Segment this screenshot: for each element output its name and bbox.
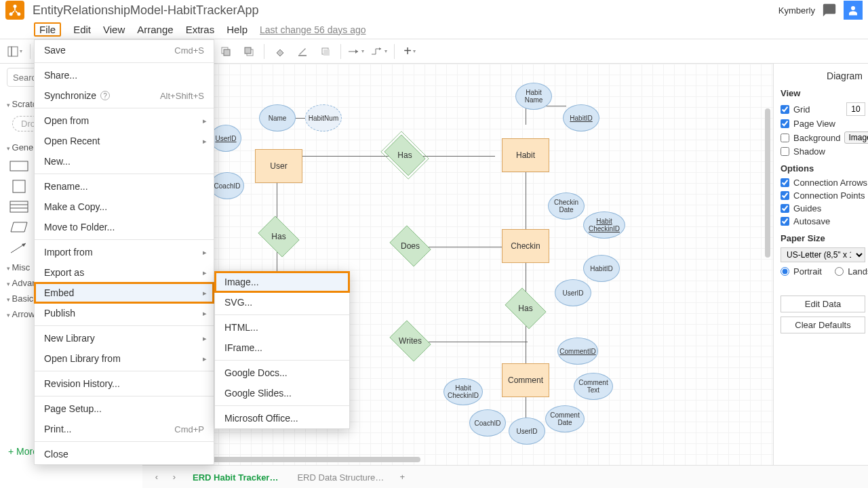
document-title[interactable]: EntityRelationshipModel-HabitTrackerApp bbox=[33, 3, 258, 18]
app-logo[interactable] bbox=[5, 1, 24, 20]
entity-comment[interactable]: Comment bbox=[502, 363, 549, 397]
attr-checkindate[interactable]: Checkin Date bbox=[548, 192, 585, 220]
embed-ms-office[interactable]: Microsoft Office... bbox=[215, 408, 349, 428]
file-page-setup[interactable]: Page Setup... bbox=[35, 399, 214, 419]
attr-habitnum[interactable]: HabitNum bbox=[305, 104, 342, 131]
menu-file[interactable]: File bbox=[34, 22, 61, 37]
embed-image[interactable]: Image... bbox=[215, 272, 349, 292]
tab-erd-tracker[interactable]: ERD Habit Tracker… bbox=[184, 467, 286, 487]
shape-table[interactable] bbox=[9, 200, 28, 214]
file-close[interactable]: Close bbox=[35, 444, 214, 464]
entity-habit[interactable]: Habit bbox=[502, 138, 549, 172]
portrait-radio[interactable] bbox=[781, 267, 789, 276]
attr-name[interactable]: Name bbox=[259, 104, 296, 131]
menu-view[interactable]: View bbox=[103, 24, 125, 35]
file-rename[interactable]: Rename... bbox=[35, 176, 214, 197]
attr-checkin-userid[interactable]: UserID bbox=[555, 279, 591, 306]
file-new-library[interactable]: New Library bbox=[35, 328, 214, 348]
attr-userid[interactable]: UserID bbox=[210, 125, 241, 152]
conn-arrows-checkbox[interactable] bbox=[781, 178, 789, 187]
guides-checkbox[interactable] bbox=[781, 204, 789, 213]
file-export-as[interactable]: Export as bbox=[35, 262, 214, 283]
file-open-from[interactable]: Open from bbox=[35, 110, 214, 131]
attr-commentid[interactable]: CommentID bbox=[557, 338, 598, 365]
tab-next-icon[interactable]: › bbox=[167, 472, 182, 482]
background-image-button[interactable]: Image bbox=[844, 131, 868, 144]
vertical-scrollbar[interactable] bbox=[765, 108, 770, 258]
tab-erd-data[interactable]: ERD Data Structure… bbox=[289, 467, 392, 487]
shadow-checkbox[interactable] bbox=[781, 147, 789, 156]
waypoint-style-icon[interactable] bbox=[370, 42, 389, 61]
format-panel: Diagram View Grid Page View BackgroundIm… bbox=[773, 64, 868, 465]
to-front-icon[interactable] bbox=[216, 42, 235, 61]
shape-square[interactable] bbox=[9, 180, 28, 193]
line-color-icon[interactable] bbox=[293, 42, 312, 61]
paper-size-select[interactable]: US-Letter (8,5" x 11") bbox=[781, 247, 865, 262]
horizontal-scrollbar[interactable] bbox=[210, 457, 420, 462]
attr-commentdate[interactable]: Comment Date bbox=[545, 405, 585, 432]
file-embed[interactable]: Embed bbox=[35, 283, 214, 303]
rel-writes[interactable]: Writes bbox=[387, 324, 434, 358]
shape-parallelogram[interactable] bbox=[9, 220, 28, 234]
attr-comment-userid[interactable]: UserID bbox=[509, 418, 545, 445]
file-revision-history[interactable]: Revision History... bbox=[35, 373, 214, 394]
shadow-icon[interactable] bbox=[316, 42, 335, 61]
attr-comment-coachid[interactable]: CoachID bbox=[469, 409, 506, 436]
to-back-icon[interactable] bbox=[239, 42, 258, 61]
rel-has-checkin-comment[interactable]: Has bbox=[502, 291, 549, 325]
rel-has-user-habit[interactable]: Has bbox=[381, 138, 429, 172]
embed-google-docs[interactable]: Google Docs... bbox=[215, 363, 349, 383]
attr-commenttext[interactable]: Comment Text bbox=[574, 373, 613, 400]
file-save[interactable]: SaveCmd+S bbox=[35, 40, 214, 60]
grid-checkbox[interactable] bbox=[781, 105, 789, 114]
file-print[interactable]: Print...Cmd+P bbox=[35, 419, 214, 439]
menu-arrange[interactable]: Arrange bbox=[137, 24, 173, 35]
rel-has-user-checkin[interactable]: Has bbox=[255, 220, 302, 253]
embed-iframe[interactable]: IFrame... bbox=[215, 338, 349, 358]
view-mode-button[interactable] bbox=[5, 42, 24, 61]
entity-checkin[interactable]: Checkin bbox=[502, 229, 549, 263]
share-button[interactable] bbox=[844, 1, 863, 20]
attr-habitid[interactable]: HabitID bbox=[563, 104, 599, 131]
autosave-checkbox[interactable] bbox=[781, 217, 789, 226]
menu-help[interactable]: Help bbox=[226, 24, 248, 35]
connection-style-icon[interactable] bbox=[347, 42, 366, 61]
entity-user[interactable]: User bbox=[255, 149, 302, 183]
conn-points-checkbox[interactable] bbox=[781, 191, 789, 200]
edit-data-button[interactable]: Edit Data bbox=[781, 296, 865, 312]
file-import-from[interactable]: Import from bbox=[35, 242, 214, 262]
menu-extras[interactable]: Extras bbox=[186, 24, 215, 35]
fill-color-icon[interactable] bbox=[270, 42, 289, 61]
file-open-recent[interactable]: Open Recent bbox=[35, 131, 214, 151]
shape-rect[interactable] bbox=[9, 159, 28, 173]
attr-habitname[interactable]: Habit Name bbox=[515, 83, 552, 110]
file-synchronize[interactable]: Synchronize?Alt+Shift+S bbox=[35, 85, 214, 106]
file-open-library[interactable]: Open Library from bbox=[35, 348, 214, 369]
attr-comment-habitcheckinid[interactable]: Habit CheckinID bbox=[443, 378, 483, 405]
rel-does[interactable]: Does bbox=[387, 229, 434, 263]
menu-edit[interactable]: Edit bbox=[73, 24, 91, 35]
shape-arrow[interactable] bbox=[9, 241, 28, 254]
landscape-radio[interactable] bbox=[835, 267, 844, 276]
file-new[interactable]: New... bbox=[35, 151, 214, 171]
shadow-label: Shadow bbox=[793, 146, 825, 157]
clear-defaults-button[interactable]: Clear Defaults bbox=[781, 317, 865, 333]
embed-svg[interactable]: SVG... bbox=[215, 292, 349, 312]
attr-habitcheckinid[interactable]: Habit CheckinID bbox=[583, 211, 625, 239]
grid-size-input[interactable] bbox=[846, 102, 865, 116]
embed-html[interactable]: HTML... bbox=[215, 317, 349, 338]
file-share[interactable]: Share... bbox=[35, 65, 214, 85]
comments-icon[interactable] bbox=[822, 3, 837, 18]
background-checkbox[interactable] bbox=[781, 134, 789, 142]
last-change-link[interactable]: Last change 56 days ago bbox=[260, 24, 366, 35]
file-publish[interactable]: Publish bbox=[35, 303, 214, 323]
pageview-checkbox[interactable] bbox=[781, 119, 789, 128]
file-move[interactable]: Move to Folder... bbox=[35, 217, 214, 237]
embed-google-slides[interactable]: Google Slides... bbox=[215, 383, 349, 403]
file-make-copy[interactable]: Make a Copy... bbox=[35, 197, 214, 217]
attr-coachid[interactable]: CoachID bbox=[210, 172, 244, 199]
insert-button[interactable]: + bbox=[400, 42, 419, 61]
attr-checkin-habitid[interactable]: HabitID bbox=[583, 255, 620, 282]
tab-prev-icon[interactable]: ‹ bbox=[149, 472, 164, 482]
add-sheet-button[interactable]: + bbox=[395, 472, 410, 482]
